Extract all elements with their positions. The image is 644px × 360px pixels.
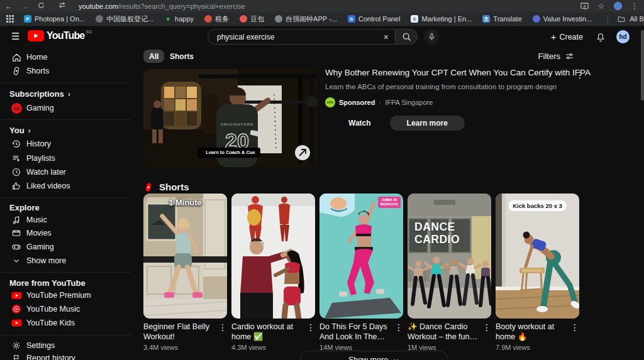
- ad-description: Learn the ABCs of personal training from…: [325, 83, 582, 90]
- youtube-wordmark: YouTube: [47, 30, 84, 41]
- bookmark-favicon: E: [411, 15, 418, 23]
- cast-to-device-icon[interactable]: [580, 2, 589, 11]
- account-avatar[interactable]: hd: [616, 30, 630, 43]
- bookmark-marketing[interactable]: E Marketing | En...: [411, 15, 472, 23]
- back-icon[interactable]: ←: [5, 2, 13, 11]
- sidebar-item-watch-later[interactable]: Watch later: [0, 165, 130, 179]
- forward-icon[interactable]: →: [21, 2, 29, 11]
- shorts-thumbnail-5[interactable]: Kick backs 20 x 3: [496, 194, 579, 319]
- sidebar-item-home[interactable]: Home: [0, 50, 130, 64]
- hamburger-menu-icon[interactable]: ☰: [11, 31, 19, 42]
- sidebar-item-settings[interactable]: Settings: [0, 339, 130, 352]
- shorts-thumbnail-2[interactable]: [231, 194, 315, 319]
- bookmark-favicon: [533, 15, 540, 23]
- card-text: Booty workout at home 🔥 7.9M views: [496, 322, 566, 351]
- card-text: Beginner Flat Belly Workout! 3.4M views: [143, 322, 214, 351]
- shorts-card-3[interactable]: ZUMBA 3D WORKOUTS Do This For 5 Days And…: [319, 194, 403, 351]
- browser-profile-avatar[interactable]: [614, 2, 622, 10]
- sidebar-subscription-gaming[interactable]: Gaming: [0, 101, 130, 115]
- bookmark-favicon: 文: [482, 15, 490, 23]
- sponsored-label: Sponsored: [339, 99, 375, 106]
- advertiser-name[interactable]: IFPA Singapore: [385, 99, 433, 106]
- reload-icon[interactable]: [38, 2, 45, 11]
- ad-menu-icon[interactable]: ⋮: [575, 70, 584, 79]
- bookmark-favicon: [96, 15, 103, 23]
- shorts-thumbnail-4[interactable]: DANCE CARDIO: [408, 194, 491, 319]
- site-info-icon[interactable]: [58, 1, 66, 11]
- card-title[interactable]: Booty workout at home 🔥: [496, 322, 566, 342]
- sidebar-item-history[interactable]: History: [0, 137, 130, 151]
- browser-menu-icon[interactable]: ⋮: [630, 2, 639, 11]
- shorts-icon: [11, 65, 22, 77]
- card-title[interactable]: Do This For 5 Days And Look In The Mirro…: [319, 322, 390, 342]
- filter-chip-all[interactable]: All: [143, 50, 164, 63]
- card-menu-icon[interactable]: ⋮: [306, 322, 315, 351]
- apps-grid-icon[interactable]: [6, 14, 14, 23]
- divider: [608, 15, 608, 23]
- bookmark-happy[interactable]: ▼ happy: [164, 15, 194, 23]
- filters-button[interactable]: Filters: [538, 50, 574, 63]
- sidebar-subscriptions-header[interactable]: Subscriptions ›: [9, 87, 70, 101]
- all-bookmarks-button[interactable]: All Bookmarks: [630, 15, 644, 23]
- card-menu-icon[interactable]: ⋮: [218, 322, 227, 351]
- advertiser-logo[interactable]: IFPA: [325, 97, 335, 107]
- sidebar-item-movies[interactable]: Movies: [0, 226, 130, 240]
- sidebar-item-shorts[interactable]: Shorts: [0, 64, 130, 78]
- sidebar-more-header: More from YouTube: [9, 276, 86, 290]
- ad-thumbnail[interactable]: ORIGINATORS 20 Learn to Coach & Cue: [143, 69, 318, 167]
- card-menu-icon[interactable]: ⋮: [482, 322, 491, 351]
- bookmark-control-panel[interactable]: S Control Panel: [348, 15, 401, 23]
- bookmark-tax[interactable]: 税务: [204, 14, 229, 24]
- bookmark-star-icon[interactable]: ☆: [597, 2, 606, 11]
- sidebar-you-header[interactable]: You ›: [9, 123, 31, 137]
- home-icon: [11, 52, 22, 63]
- bookmark-photopea[interactable]: P Photopea | On...: [24, 15, 85, 23]
- watch-button[interactable]: Watch: [348, 119, 371, 128]
- bookmark-translate[interactable]: 文 Translate: [482, 15, 521, 23]
- shorts-card-2[interactable]: Cardio workout at home ✅ 4.3M views ⋮: [231, 194, 315, 351]
- browser-toolbar: ← → youtube.com/results?search_query=phy…: [0, 0, 644, 12]
- card-title[interactable]: Beginner Flat Belly Workout!: [143, 322, 214, 342]
- sidebar-item-gaming[interactable]: Gaming: [0, 240, 130, 254]
- thumbnail-art: [231, 194, 315, 319]
- shorts-card-1[interactable]: 1 Minute Beginner Flat Belly Workout! 3.…: [143, 194, 227, 351]
- notifications-bell-icon[interactable]: [596, 32, 606, 42]
- bookmark-copyright-cn[interactable]: 中国版权登记...: [96, 14, 153, 24]
- card-menu-icon[interactable]: ⋮: [570, 322, 579, 351]
- shorts-card-5[interactable]: Kick backs 20 x 3 Booty workout at home …: [496, 194, 579, 351]
- shorts-thumbnail-3[interactable]: ZUMBA 3D WORKOUTS: [319, 194, 403, 319]
- address-bar[interactable]: youtube.com/results?search_query=physica…: [79, 3, 245, 10]
- sidebar-item-youtube-kids[interactable]: YouTube Kids: [0, 316, 130, 330]
- bookmark-alarm-app[interactable]: 自强闹钟APP -...: [275, 14, 337, 24]
- bookmark-doubao[interactable]: 豆包: [240, 14, 264, 24]
- filters-sliders-icon: [565, 52, 574, 61]
- youtube-logo[interactable]: YouTube SG: [28, 30, 92, 41]
- sidebar-item-youtube-premium[interactable]: YouTube Premium: [0, 288, 130, 302]
- shorts-thumbnail-1[interactable]: 1 Minute: [143, 194, 227, 319]
- card-title[interactable]: ✨ Dance Cardio Workout – the fun way to …: [408, 322, 478, 342]
- sidebar-item-show-more[interactable]: Show more: [0, 254, 130, 268]
- ad-title[interactable]: Why Bother Renewing Your CPT Cert When Y…: [325, 68, 582, 77]
- bookmark-favicon: [275, 15, 282, 23]
- url-path: /results?search_query=physical+exercise: [118, 3, 245, 10]
- learn-more-button[interactable]: Learn more: [390, 116, 465, 131]
- sidebar-item-youtube-music[interactable]: YouTube Music: [0, 302, 130, 316]
- bookmark-value-investing[interactable]: Value Investin...: [533, 15, 592, 23]
- search-results: All Shorts Filters: [143, 26, 591, 360]
- sidebar-item-playlists[interactable]: Playlists: [0, 151, 130, 165]
- card-text: Do This For 5 Days And Look In The Mirro…: [319, 322, 390, 351]
- card-menu-icon[interactable]: ⋮: [394, 322, 403, 351]
- card-title[interactable]: Cardio workout at home ✅: [231, 322, 302, 342]
- region-code: SG: [86, 30, 92, 34]
- thumb-badge: ZUMBA 3D WORKOUTS: [378, 197, 401, 208]
- scrollbar[interactable]: [641, 30, 644, 101]
- sidebar-item-liked-videos[interactable]: Liked videos: [0, 179, 130, 193]
- sidebar-item-music[interactable]: Music: [0, 213, 130, 227]
- folder-icon: [617, 14, 626, 23]
- shorts-card-4[interactable]: DANCE CARDIO ✨ Dance Cardio Workout – th…: [408, 194, 491, 351]
- filter-chip-shorts[interactable]: Shorts: [164, 50, 199, 63]
- sidebar-item-report-history[interactable]: Report history: [0, 351, 130, 360]
- thumbnail-art: [319, 194, 403, 319]
- show-more-button[interactable]: Show more: [300, 351, 448, 360]
- dot-separator: ·: [379, 99, 381, 106]
